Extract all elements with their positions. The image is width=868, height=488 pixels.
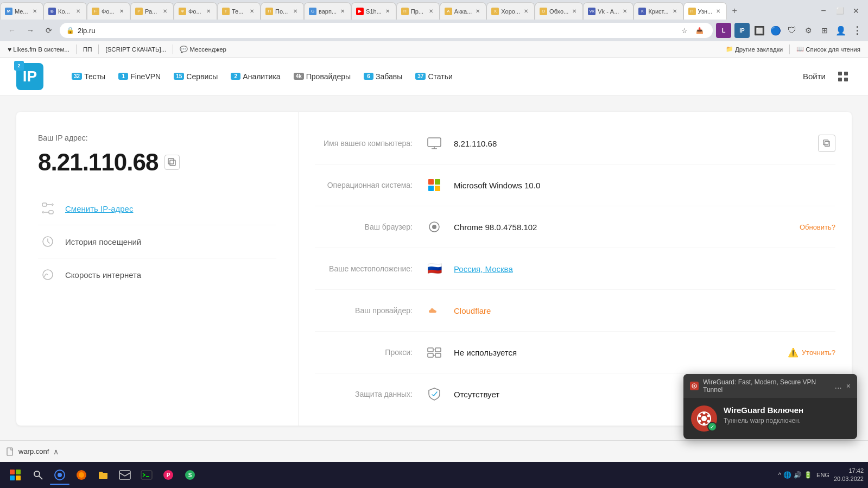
tab-te[interactable]: Т Те... ✕ [217,2,261,20]
notif-close-button[interactable]: × [846,382,851,390]
tab-close-krist[interactable]: ✕ [671,8,679,15]
taskbar-app6-button[interactable]: P [159,465,178,485]
tab-akk[interactable]: А Акка... ✕ [440,2,487,20]
tab-close-po[interactable]: ✕ [292,8,299,15]
nav-provaidery[interactable]: 4k Провайдеры [287,68,357,85]
tray-network-icon[interactable]: 🌐 [783,471,791,479]
notif-menu-dots[interactable]: ... [834,381,841,391]
tab-close-pr[interactable]: ✕ [427,8,435,15]
window-close-button[interactable]: ✕ [848,3,864,18]
tab-close-me[interactable]: ✕ [31,8,39,15]
extension-icon-6[interactable]: ⚙ [802,24,815,37]
tab-close-fo2[interactable]: ✕ [205,8,212,15]
new-tab-button[interactable]: + [727,3,742,18]
download-arrow-button[interactable]: ∧ [53,447,59,456]
tab-close-fo1[interactable]: ✕ [118,8,125,15]
bookmark-star-icon[interactable]: ☆ [678,24,691,37]
action-history[interactable]: История посещений [38,225,276,258]
tab-pr[interactable]: П Пр... ✕ [396,2,440,20]
nav-analitika[interactable]: 2 Аналитика [224,68,287,85]
profile-icon[interactable]: 👤 [834,24,847,37]
action-speed[interactable]: Скорость интернета [38,258,276,291]
start-button[interactable] [4,464,26,486]
proxy-warn-link[interactable]: Уточнить? [802,348,835,357]
reading-list-button[interactable]: 📖 Список для чтения [793,45,864,54]
tab-krist[interactable]: К Крист... ✕ [633,2,683,20]
taskbar-search-icon[interactable] [28,465,48,485]
bookmark-script[interactable]: [SCRIPT СКАЧАТЬ]... [102,45,169,54]
copy-computer-button[interactable] [818,135,835,152]
extension-icon-4[interactable]: 🔵 [769,24,782,37]
tab-obh[interactable]: О Обхо... ✕ [535,2,583,20]
tab-close-ko[interactable]: ✕ [74,8,82,15]
tab-vkak[interactable]: Vk Vk - А... ✕ [583,2,633,20]
more-menu-button[interactable]: ⋮ [851,24,864,37]
tab-s1h[interactable]: ▶ S1h... ✕ [351,2,396,20]
tray-battery-icon[interactable]: 🔋 [804,471,812,479]
tab-close-akk[interactable]: ✕ [474,8,481,15]
screen-cast-icon[interactable]: 📥 [693,24,706,37]
nav-servisy[interactable]: 15 Сервисы [167,68,224,85]
update-browser-link[interactable]: Обновить? [800,223,835,231]
tab-close-hor[interactable]: ✕ [522,8,530,15]
taskbar-chrome-button[interactable] [50,465,69,485]
tab-hor[interactable]: Х Хоро... ✕ [486,2,535,20]
tab-close-te[interactable]: ✕ [248,8,256,15]
login-button[interactable]: Войти [803,72,826,81]
tab-close-vkak[interactable]: ✕ [621,8,629,15]
back-button[interactable]: ← [4,23,20,38]
value-location[interactable]: Россия, Москва [454,264,835,274]
tray-speaker-icon[interactable]: 🔊 [794,471,802,479]
tab-favicon-fo1: F [92,8,99,15]
taskbar-time-area[interactable]: 17:42 20.03.2022 [834,467,864,484]
window-minimize-button[interactable]: − [816,3,831,18]
tab-fo2[interactable]: Ф Фо... ✕ [174,2,217,20]
taskbar-mail-button[interactable] [115,465,135,485]
action-change-ip[interactable]: Сменить IP-адрес [38,192,276,225]
change-ip-text[interactable]: Сменить IP-адрес [65,204,133,213]
taskbar-app7-button[interactable]: S [180,465,200,485]
tab-close-s1h[interactable]: ✕ [384,8,391,15]
nav-zabavy[interactable]: 6 Забавы [357,68,409,85]
nav-testy[interactable]: 32 Тесты [65,68,112,85]
taskbar-terminal-button[interactable] [137,465,156,485]
notif-app-title: WireGuard: Fast, Modern, Secure VPN Tunn… [703,378,830,394]
bookmark-likes[interactable]: ♥ Likes.fm В систем... [4,45,73,54]
grid-menu-button[interactable] [834,68,852,85]
tab-rab[interactable]: Р Ра... ✕ [130,2,174,20]
tray-arrow-icon[interactable]: ^ [778,471,781,479]
url-input[interactable]: 🔒 2ip.ru ☆ 📥 [60,23,713,38]
extension-icon-5[interactable]: 🛡 [785,24,799,37]
forward-button[interactable]: → [23,23,38,38]
tab-close-obh[interactable]: ✕ [571,8,578,15]
extension-icon-7[interactable]: ⊞ [818,24,831,37]
nav-label-stati: Статьи [428,72,452,81]
extension-icon-1[interactable]: L [716,23,731,38]
reload-button[interactable]: ⟳ [41,23,56,38]
tab-po[interactable]: П По... ✕ [261,2,304,20]
window-maximize-button[interactable]: ⬜ [832,3,847,18]
tab-close-uzn[interactable]: ✕ [714,8,722,15]
bookmark-messenger[interactable]: 💬 Мессенджер [176,45,230,54]
taskbar-files-button[interactable] [93,465,113,485]
extension-icon-3[interactable]: 🔲 [753,24,766,37]
bookmark-messenger-icon: 💬 [180,46,188,53]
tab-me[interactable]: M Me... ✕ [0,2,43,20]
wireguard-small-icon [690,382,699,390]
tab-close-varp[interactable]: ✕ [339,8,346,15]
tab-varp[interactable]: G варп... ✕ [304,2,351,20]
tab-close-rab[interactable]: ✕ [161,8,169,15]
extension-icon-2[interactable]: IP [734,23,750,38]
other-bookmarks-button[interactable]: 📁 Другие закладки [723,45,786,54]
copy-ip-button[interactable] [164,155,180,170]
nav-stati[interactable]: 37 Статьи [409,68,459,85]
nav-finevpn[interactable]: 1 FineVPN [112,68,167,85]
bookmark-pp[interactable]: ПП [80,45,96,54]
value-provider[interactable]: Cloudflare [454,306,835,315]
tab-fo1[interactable]: F Фо... ✕ [87,2,130,20]
site-logo[interactable]: IP 2 [16,63,43,90]
svg-point-25 [707,415,710,417]
tab-uzn[interactable]: П Узн... ✕ [683,2,727,20]
taskbar-firefox-button[interactable] [72,465,91,485]
tab-ko[interactable]: В Ко... ✕ [43,2,87,20]
